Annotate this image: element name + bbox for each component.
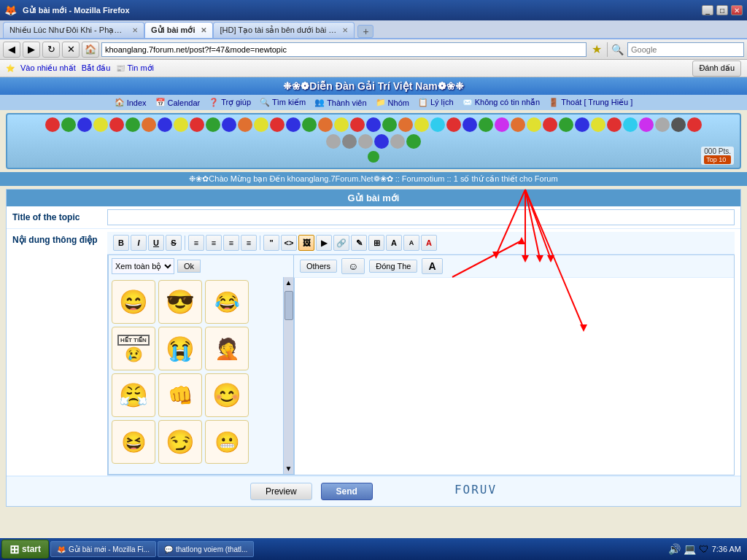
reload-button[interactable]: ↻ bbox=[42, 42, 60, 58]
bubble[interactable] bbox=[254, 117, 268, 132]
smiley-scroll-thumb[interactable] bbox=[285, 291, 293, 320]
code-button[interactable]: <> bbox=[281, 235, 297, 251]
tab-0[interactable]: Nhiều Lúc Như Đôi Khi - Phạm Trường (VB.… bbox=[3, 22, 144, 38]
smiley-10[interactable]: 😬 bbox=[205, 420, 249, 464]
stop-button[interactable]: ✕ bbox=[62, 42, 80, 58]
link-button[interactable]: 🔗 bbox=[333, 235, 349, 251]
bubble[interactable] bbox=[158, 117, 172, 132]
bubble[interactable] bbox=[77, 117, 92, 132]
smiley-8[interactable]: 😆 bbox=[112, 420, 155, 464]
bubble[interactable] bbox=[109, 117, 124, 132]
nav-messages[interactable]: ✉️ Không có tin nhắn bbox=[462, 98, 541, 107]
nav-logout[interactable]: 🚪 Thoát [ Trung Hiếu ] bbox=[549, 98, 632, 107]
bubble[interactable] bbox=[366, 117, 381, 132]
smiley-7[interactable]: 😊 bbox=[205, 373, 249, 417]
bookmark-star[interactable]: ★ bbox=[589, 42, 605, 56]
smiley-3[interactable]: 😭 bbox=[158, 327, 202, 370]
title-input[interactable] bbox=[107, 209, 735, 225]
bubble[interactable] bbox=[559, 117, 573, 132]
bubble[interactable] bbox=[687, 117, 702, 132]
bubble[interactable] bbox=[591, 117, 605, 132]
bubble[interactable] bbox=[511, 117, 525, 132]
smiley-6[interactable]: 👊 bbox=[158, 373, 202, 417]
underline-button[interactable]: U bbox=[148, 235, 164, 251]
bubble[interactable] bbox=[286, 117, 301, 132]
bookmark-2[interactable]: 📰 Tin mới bbox=[116, 63, 154, 73]
bubble[interactable] bbox=[430, 117, 445, 132]
bookmark-0[interactable]: Vào nhiều nhất bbox=[20, 63, 76, 73]
address-bar[interactable] bbox=[101, 42, 587, 57]
nav-profile[interactable]: 📋 Lý lịch bbox=[418, 98, 454, 107]
bubble[interactable] bbox=[382, 117, 397, 132]
smiley-ok-button[interactable]: Ok bbox=[177, 260, 201, 273]
bubble[interactable] bbox=[446, 117, 461, 132]
bubble[interactable] bbox=[318, 117, 333, 132]
bubble[interactable] bbox=[462, 117, 477, 132]
send-button[interactable]: Send bbox=[321, 483, 373, 500]
bookmark-1[interactable]: Bắt đầu bbox=[82, 63, 111, 73]
smiley-scroll-down[interactable]: ▼ bbox=[284, 463, 293, 474]
back-button[interactable]: ◀ bbox=[3, 42, 20, 58]
danhdan-button[interactable]: Đánh dấu bbox=[692, 61, 741, 77]
close-tag-button[interactable]: Đóng The bbox=[369, 260, 417, 273]
new-tab-button[interactable]: + bbox=[357, 25, 374, 38]
minimize-button[interactable]: _ bbox=[702, 5, 713, 15]
bubble[interactable] bbox=[374, 134, 389, 149]
quote-button[interactable]: " bbox=[263, 235, 279, 251]
bubble[interactable] bbox=[270, 117, 285, 132]
maximize-button[interactable]: □ bbox=[716, 5, 728, 15]
tab-1[interactable]: Gửi bài mới ✕ bbox=[144, 22, 213, 38]
strikethrough-button[interactable]: S bbox=[166, 235, 182, 251]
others-button[interactable]: Others bbox=[300, 260, 337, 273]
bubble[interactable] bbox=[61, 117, 76, 132]
bubble[interactable] bbox=[350, 117, 365, 132]
bubble[interactable] bbox=[495, 117, 509, 132]
tab-1-close[interactable]: ✕ bbox=[201, 26, 206, 34]
bubble[interactable] bbox=[607, 117, 622, 132]
italic-button[interactable]: I bbox=[131, 235, 147, 251]
bubble[interactable] bbox=[414, 117, 429, 132]
forward-button[interactable]: ▶ bbox=[23, 42, 40, 58]
bubble[interactable] bbox=[174, 117, 188, 132]
bubble[interactable] bbox=[326, 134, 341, 149]
bubble[interactable] bbox=[623, 117, 638, 132]
nav-calendar[interactable]: 📅 Calendar bbox=[155, 98, 201, 107]
image-button[interactable]: 🖼 bbox=[298, 235, 314, 251]
justify-button[interactable]: ≡ bbox=[241, 235, 257, 251]
tab-2[interactable]: [HD] Tạo tài sản bên dưới bài viết với C… bbox=[213, 22, 355, 38]
nav-groups[interactable]: 📁 Nhóm bbox=[376, 98, 409, 107]
smiley-1[interactable]: 😎 bbox=[158, 280, 202, 324]
search-input[interactable] bbox=[627, 42, 744, 57]
smiley-5[interactable]: 😤 bbox=[112, 373, 155, 417]
bubble[interactable] bbox=[527, 117, 541, 132]
bubble[interactable] bbox=[238, 117, 252, 132]
bubble[interactable] bbox=[302, 117, 317, 132]
tab-2-close[interactable]: ✕ bbox=[342, 26, 348, 34]
bubble[interactable] bbox=[45, 117, 60, 132]
bubble[interactable] bbox=[543, 117, 557, 132]
bubble[interactable] bbox=[406, 134, 421, 149]
smiley-hetten[interactable]: HẾT TIỀN 😢 bbox=[112, 327, 155, 370]
bubble[interactable] bbox=[222, 117, 236, 132]
edit-button[interactable]: ✎ bbox=[351, 235, 367, 251]
bubble[interactable] bbox=[575, 117, 589, 132]
fontsize2-button[interactable]: A bbox=[403, 235, 419, 251]
close-button[interactable]: ✕ bbox=[731, 5, 743, 15]
tab-0-close[interactable]: ✕ bbox=[132, 26, 138, 34]
nav-members[interactable]: 👥 Thành viên bbox=[314, 98, 366, 107]
message-textarea[interactable] bbox=[294, 278, 734, 475]
bubble[interactable] bbox=[342, 134, 357, 149]
bubble[interactable] bbox=[671, 117, 686, 132]
table-button[interactable]: ⊞ bbox=[368, 235, 384, 251]
smiley-picker-button[interactable]: ☺ bbox=[341, 258, 365, 274]
bubble[interactable] bbox=[358, 134, 373, 149]
bubble[interactable] bbox=[655, 117, 670, 132]
bubble[interactable] bbox=[206, 117, 220, 132]
align-left-button[interactable]: ≡ bbox=[188, 235, 204, 251]
preview-button[interactable]: Preview bbox=[250, 483, 312, 500]
smiley-4[interactable]: 🤦 bbox=[205, 327, 249, 370]
start-button[interactable]: ⊞ start bbox=[1, 540, 49, 559]
align-right-button[interactable]: ≡ bbox=[223, 235, 239, 251]
smiley-0[interactable]: 😄 bbox=[112, 280, 155, 324]
smiley-category-select[interactable]: Xem toàn bộ bbox=[112, 258, 174, 274]
